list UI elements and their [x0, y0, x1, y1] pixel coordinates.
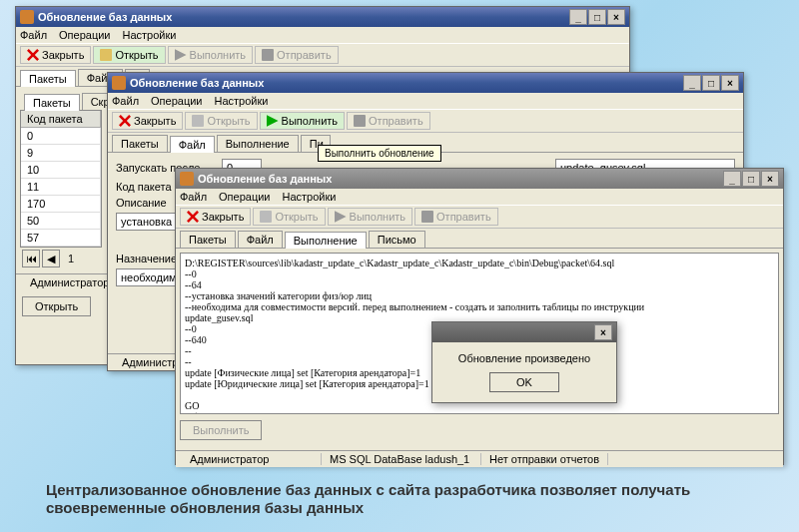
tab-exec[interactable]: Выполнение	[285, 232, 367, 249]
maximize-button[interactable]: □	[588, 9, 606, 25]
toolbar: Закрыть Открыть Выполнить Отправить	[16, 43, 629, 67]
status-admin: Администратор	[182, 453, 322, 465]
folder-icon	[100, 49, 112, 61]
close-button[interactable]: ×	[761, 171, 779, 187]
app-icon	[180, 172, 194, 186]
close-button-tb[interactable]: Закрыть	[112, 112, 183, 130]
mail-icon	[421, 211, 433, 223]
menu-operations[interactable]: Операции	[151, 95, 202, 107]
app-icon	[20, 10, 34, 24]
grid: Код пакета 0 9 10 11 170 50 57	[20, 110, 102, 248]
maximize-button[interactable]: □	[742, 171, 760, 187]
pager-prev[interactable]: ◀	[42, 250, 60, 267]
maximize-button[interactable]: □	[702, 75, 720, 91]
close-icon	[187, 211, 199, 223]
window-3: Обновление баз данных _ □ × Файл Операци…	[175, 168, 784, 465]
open-button-tb[interactable]: Открыть	[93, 46, 165, 64]
play-icon	[267, 115, 279, 127]
ok-button[interactable]: OK	[489, 372, 559, 392]
send-button-tb[interactable]: Отправить	[414, 208, 498, 226]
play-icon	[335, 211, 347, 223]
close-button-tb[interactable]: Закрыть	[20, 46, 91, 64]
minimize-button[interactable]: _	[683, 75, 701, 91]
menu-settings[interactable]: Настройки	[283, 191, 337, 203]
dialog: × Обновление произведено OK	[431, 321, 617, 403]
toolbar: Закрыть Открыть Выполнить Отправить	[108, 109, 743, 133]
minimize-button[interactable]: _	[723, 171, 741, 187]
send-button-tb[interactable]: Отправить	[255, 46, 339, 64]
run-button-tb[interactable]: Выполнить	[168, 46, 253, 64]
play-icon	[175, 49, 187, 61]
tab-packets[interactable]: Пакеты	[20, 70, 76, 87]
status-db: MS SQL DataBase ladush_1	[322, 453, 481, 465]
menu-settings[interactable]: Настройки	[123, 29, 177, 41]
titlebar-2: Обновление баз данных _ □ ×	[108, 73, 743, 93]
mail-icon	[262, 49, 274, 61]
pager-page: 1	[62, 253, 80, 265]
tab-packets[interactable]: Пакеты	[112, 135, 168, 152]
run-button[interactable]: Выполнить	[180, 420, 262, 440]
grid-cell[interactable]: 50	[21, 213, 101, 229]
run-button-tb[interactable]: Выполнить	[328, 208, 412, 226]
dialog-message: Обновление произведено	[452, 352, 596, 364]
open-button-tb[interactable]: Открыть	[185, 112, 257, 130]
titlebar-3: Обновление баз данных _ □ ×	[176, 169, 783, 189]
tab-letter[interactable]: Письмо	[369, 231, 425, 248]
grid-cell[interactable]: 0	[21, 128, 101, 144]
grid-header: Код пакета	[21, 111, 101, 127]
close-icon	[119, 115, 131, 127]
statusbar-3: Администратор MS SQL DataBase ladush_1 Н…	[176, 450, 783, 467]
close-button[interactable]: ×	[607, 9, 625, 25]
status-admin: Администратор	[22, 276, 118, 288]
toolbar: Закрыть Открыть Выполнить Отправить	[176, 205, 783, 229]
menu-file[interactable]: Файл	[180, 191, 207, 203]
tab-packets[interactable]: Пакеты	[180, 231, 236, 248]
pager-first[interactable]: ⏮	[22, 250, 40, 267]
window-title: Обновление баз данных	[38, 11, 172, 23]
menu-file[interactable]: Файл	[20, 29, 47, 41]
close-button[interactable]: ×	[721, 75, 739, 91]
folder-icon	[192, 115, 204, 127]
tab-file[interactable]: Файл	[238, 231, 283, 248]
slide-caption: Централизованное обновление баз данных с…	[46, 481, 745, 517]
titlebar-1: Обновление баз данных _ □ ×	[16, 7, 629, 27]
grid-cell[interactable]: 57	[21, 230, 101, 246]
tab-exec[interactable]: Выполнение	[217, 135, 299, 152]
menubar: Файл Операции Настройки	[16, 27, 629, 43]
menu-operations[interactable]: Операции	[59, 29, 110, 41]
subtab-packets[interactable]: Пакеты	[24, 94, 80, 111]
menubar: Файл Операции Настройки	[108, 93, 743, 109]
mail-icon	[354, 115, 366, 127]
dialog-close-button[interactable]: ×	[594, 324, 612, 340]
run-button-tb[interactable]: Выполнить	[260, 112, 345, 130]
status-reports: Нет отправки отчетов	[481, 453, 608, 465]
menu-operations[interactable]: Операции	[219, 191, 270, 203]
open-button[interactable]: Открыть	[22, 296, 91, 316]
close-button-tb[interactable]: Закрыть	[180, 208, 251, 226]
grid-cell[interactable]: 170	[21, 196, 101, 212]
close-icon	[27, 49, 39, 61]
menu-settings[interactable]: Настройки	[215, 95, 269, 107]
tabbar-3: Пакеты Файл Выполнение Письмо	[176, 229, 783, 249]
dialog-titlebar: ×	[432, 322, 616, 342]
grid-cell[interactable]: 10	[21, 162, 101, 178]
send-button-tb[interactable]: Отправить	[347, 112, 430, 130]
tab-file[interactable]: Файл	[170, 136, 215, 153]
open-button-tb[interactable]: Открыть	[253, 208, 325, 226]
menu-file[interactable]: Файл	[112, 95, 139, 107]
window-title: Обновление баз данных	[130, 77, 264, 89]
minimize-button[interactable]: _	[569, 9, 587, 25]
app-icon	[112, 76, 126, 90]
window-title: Обновление баз данных	[198, 173, 332, 185]
grid-cell[interactable]: 11	[21, 179, 101, 195]
grid-cell[interactable]: 9	[21, 145, 101, 161]
tooltip: Выполнить обновление	[318, 145, 441, 162]
menubar: Файл Операции Настройки	[176, 189, 783, 205]
folder-icon	[260, 211, 272, 223]
